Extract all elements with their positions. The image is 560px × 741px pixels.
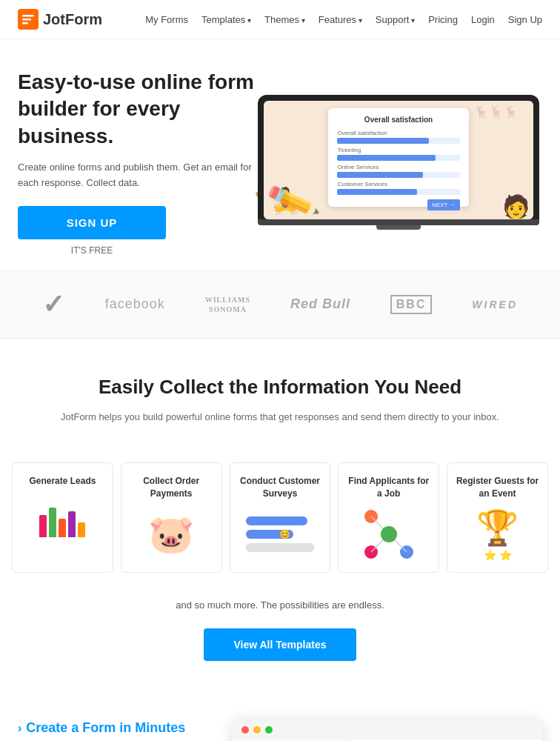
person-standing-icon: 🧑 [502,193,530,219]
fb-dot-green [265,726,273,734]
nav-support[interactable]: Support [376,14,415,25]
more-text-content: and so much more. The possibilities are … [176,599,384,611]
card-title-guests: Register Guests for an Event [455,475,540,500]
card-img-leads [20,496,105,548]
logo-icon [18,9,39,30]
svg-rect-2 [22,19,31,21]
card-title-payments: Collect Order Payments [129,475,214,500]
nav-pricing[interactable]: Pricing [428,14,458,25]
brand-bbc: BBC [390,295,433,314]
hero-section: Easy-to-use online form builder for ever… [0,39,560,270]
create-form-title-text: Create a Form in Minutes [26,720,185,736]
card-img-applicants [346,508,431,560]
hero-heading: Easy-to-use online form builder for ever… [18,69,255,150]
survey-row-1-label: Overall satisfaction [337,130,459,136]
signup-button[interactable]: SIGN UP [18,206,166,239]
laptop-stand [376,225,421,230]
card-find-applicants[interactable]: Find Applicants for a Job [338,462,439,574]
view-all-button[interactable]: View All Templates [204,628,356,661]
brand-nike: ✓ [42,289,65,320]
card-generate-leads[interactable]: Generate Leads [12,462,113,574]
nav-themes[interactable]: Themes [264,14,305,25]
card-customer-surveys[interactable]: Conduct Customer Surveys 😊 [230,462,331,574]
nav-templates[interactable]: Templates [201,14,251,25]
survey-row-3-label: Online Services [337,164,459,170]
form-builder-mockup: Form Elements ✕ BASIC PAYMENTS WIDGETS H… [233,720,542,741]
card-img-guests: 🏆 ⭐ ⭐ [455,508,540,560]
create-form-heading: › Create a Form in Minutes [18,720,210,736]
logo-text: JotForm [43,11,102,28]
card-title-leads: Generate Leads [20,475,105,488]
navbar: JotForm My Forms Templates Themes Featur… [0,0,560,39]
nav-features[interactable]: Features [319,14,362,25]
card-img-payments: 🐷 [129,508,214,560]
chevron-right-icon: › [18,722,21,735]
card-title-applicants: Find Applicants for a Job [346,475,431,500]
fb-dot-yellow [253,726,261,734]
survey-form-title: Overall satisfaction [337,116,459,124]
survey-row-2-label: Ticketing [337,147,459,153]
survey-form-mockup: Overall satisfaction Overall satisfactio… [328,108,468,207]
fb-dot-red [241,726,249,734]
brand-redbull: Red Bull [290,296,350,312]
brand-facebook: facebook [105,296,165,312]
info-heading: Easily Collect the Information You Need [30,376,530,399]
logo[interactable]: JotForm [18,9,102,30]
brand-wired: WIRED [472,299,518,310]
card-register-guests[interactable]: Register Guests for an Event 🏆 ⭐ ⭐ [447,462,548,574]
nav-my-forms[interactable]: My Forms [145,14,188,25]
hero-subtext: Create online forms and publish them. Ge… [18,160,255,191]
info-section: Easily Collect the Information You Need … [0,339,560,448]
hero-left: Easy-to-use online form builder for ever… [18,69,255,256]
card-order-payments[interactable]: Collect Order Payments 🐷 [121,462,222,574]
nav-signup[interactable]: Sign Up [508,14,542,25]
info-subtext: JotForm helps you build powerful online … [30,409,530,425]
svg-rect-3 [22,22,28,24]
nav-login[interactable]: Login [471,14,495,25]
its-free-label: IT'S FREE [18,245,166,256]
bottom-right: Form Elements ✕ BASIC PAYMENTS WIDGETS H… [233,720,542,741]
survey-next-btn[interactable]: NEXT → [427,199,459,210]
bottom-left: › Create a Form in Minutes JotForm's eas… [18,720,210,741]
hero-right: 📊 🔴 🥧 🦌🦌🦌 🦌🦌 Overall satisfaction Overal… [255,95,542,230]
card-img-surveys: 😊 [238,508,323,560]
brand-williams-sonoma: WILLIAMSSONOMA [205,295,250,314]
brands-section: ✓ facebook WILLIAMSSONOMA Red Bull BBC W… [0,270,560,339]
view-all-wrap: View All Templates [0,622,560,691]
bottom-section: › Create a Form in Minutes JotForm's eas… [0,691,560,741]
card-title-surveys: Conduct Customer Surveys [238,475,323,500]
more-text: and so much more. The possibilities are … [0,588,560,622]
survey-row-4-label: Customer Services [337,181,459,187]
nav-links: My Forms Templates Themes Features Suppo… [145,14,542,25]
fb-titlebar [233,720,542,740]
svg-rect-1 [22,15,34,17]
cards-row: Generate Leads Collect Order Payments 🐷 … [0,448,560,588]
